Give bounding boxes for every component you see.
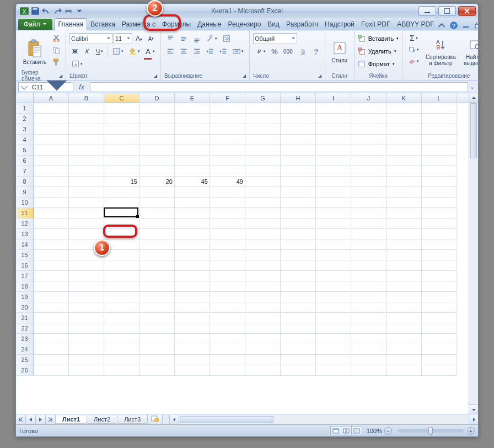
cell-A16[interactable] [34, 260, 69, 271]
cell-L21[interactable] [422, 313, 457, 323]
maximize-button[interactable] [438, 6, 456, 16]
vscroll-thumb[interactable] [470, 103, 477, 158]
cell-F14[interactable] [210, 239, 245, 250]
cell-C16[interactable] [104, 260, 139, 271]
cell-I26[interactable] [316, 365, 351, 376]
file-tab[interactable]: Файл [18, 19, 52, 30]
cell-L26[interactable] [422, 365, 457, 376]
cell-C10[interactable] [104, 198, 139, 208]
row-header-7[interactable]: 7 [16, 166, 34, 177]
cell-L12[interactable] [422, 218, 457, 229]
minimize-ribbon-icon[interactable] [437, 21, 446, 30]
row-header-8[interactable]: 8 [16, 177, 34, 187]
doc-minimize-icon[interactable] [461, 21, 470, 30]
cell-K23[interactable] [386, 334, 422, 344]
cell-C9[interactable] [104, 187, 139, 198]
cell-A23[interactable] [34, 334, 69, 344]
cell-D15[interactable] [139, 250, 175, 260]
cell-D22[interactable] [139, 323, 175, 334]
row-header-17[interactable]: 17 [16, 271, 34, 281]
cell-H3[interactable] [281, 124, 316, 135]
cell-E22[interactable] [175, 323, 210, 334]
number-format-dropdown[interactable]: Общий [253, 33, 297, 44]
cell-B22[interactable] [69, 323, 104, 334]
underline-button[interactable]: Ч▾ [94, 46, 105, 57]
cell-E10[interactable] [175, 198, 210, 208]
cell-H8[interactable] [281, 177, 316, 187]
cell-C6[interactable] [104, 156, 139, 166]
cell-J26[interactable] [351, 365, 386, 376]
cell-A5[interactable] [34, 145, 69, 156]
zoom-level[interactable]: 100% [367, 428, 382, 434]
cell-J6[interactable] [351, 156, 386, 166]
cell-G2[interactable] [245, 114, 281, 124]
cell-G8[interactable] [245, 177, 281, 187]
cell-J3[interactable] [351, 124, 386, 135]
cell-E6[interactable] [175, 156, 210, 166]
cell-E19[interactable] [175, 292, 210, 302]
cell-K22[interactable] [386, 323, 422, 334]
cell-J16[interactable] [351, 260, 386, 271]
cell-I7[interactable] [316, 166, 351, 177]
merge-icon[interactable]: ▾ [230, 46, 246, 57]
styles-button[interactable]: A Стили [329, 33, 351, 71]
cell-D9[interactable] [139, 187, 175, 198]
cell-H6[interactable] [281, 156, 316, 166]
cell-D4[interactable] [139, 135, 175, 145]
cell-G7[interactable] [245, 166, 281, 177]
cell-D10[interactable] [139, 198, 175, 208]
row-header-21[interactable]: 21 [16, 313, 34, 323]
increase-font-icon[interactable]: A▴ [133, 33, 144, 44]
cell-E25[interactable] [175, 355, 210, 365]
cell-K17[interactable] [386, 271, 422, 281]
cell-L3[interactable] [422, 124, 457, 135]
cell-J24[interactable] [351, 344, 386, 355]
percent-format-icon[interactable]: % [269, 46, 280, 57]
cell-A18[interactable] [34, 281, 69, 292]
zoom-out-icon[interactable]: − [384, 427, 392, 435]
cell-G15[interactable] [245, 250, 281, 260]
cell-L13[interactable] [422, 229, 457, 239]
redo-icon[interactable] [52, 6, 62, 16]
row-header-5[interactable]: 5 [16, 145, 34, 156]
font-color-icon[interactable]: A▾ [143, 46, 157, 57]
orientation-icon[interactable]: ab▾ [204, 33, 219, 44]
cell-A6[interactable] [34, 156, 69, 166]
cell-G22[interactable] [245, 323, 281, 334]
italic-button[interactable]: К [82, 46, 93, 57]
cell-A13[interactable] [34, 229, 69, 239]
hscroll-thumb[interactable] [180, 416, 273, 423]
cell-G24[interactable] [245, 344, 281, 355]
row-header-20[interactable]: 20 [16, 302, 34, 313]
col-E[interactable]: E [175, 93, 210, 103]
grid[interactable]: A B C D E F G H I J K L 1234567815204549… [16, 93, 469, 414]
cell-I3[interactable] [316, 124, 351, 135]
align-right-icon[interactable] [191, 46, 203, 57]
alignment-dialog-launcher-icon[interactable]: ◢ [243, 73, 246, 78]
cell-I15[interactable] [316, 250, 351, 260]
cell-D6[interactable] [139, 156, 175, 166]
row-header-15[interactable]: 15 [16, 250, 34, 260]
cell-G25[interactable] [245, 355, 281, 365]
cell-B11[interactable] [69, 208, 104, 218]
cell-C21[interactable] [104, 313, 139, 323]
col-G[interactable]: G [245, 93, 281, 103]
cell-D3[interactable] [139, 124, 175, 135]
cell-C12[interactable] [104, 218, 139, 229]
cell-H23[interactable] [281, 334, 316, 344]
col-K[interactable]: K [386, 93, 422, 103]
cell-B13[interactable] [69, 229, 104, 239]
cell-D1[interactable] [139, 103, 175, 114]
cell-C24[interactable] [104, 344, 139, 355]
tab-pagelayout[interactable]: Разметка с [119, 19, 159, 30]
cell-A15[interactable] [34, 250, 69, 260]
cell-A4[interactable] [34, 135, 69, 145]
cell-B8[interactable] [69, 177, 104, 187]
cell-J18[interactable] [351, 281, 386, 292]
cell-C26[interactable] [104, 365, 139, 376]
cell-J15[interactable] [351, 250, 386, 260]
cell-D14[interactable] [139, 239, 175, 250]
cell-G4[interactable] [245, 135, 281, 145]
cell-E18[interactable] [175, 281, 210, 292]
cell-L19[interactable] [422, 292, 457, 302]
